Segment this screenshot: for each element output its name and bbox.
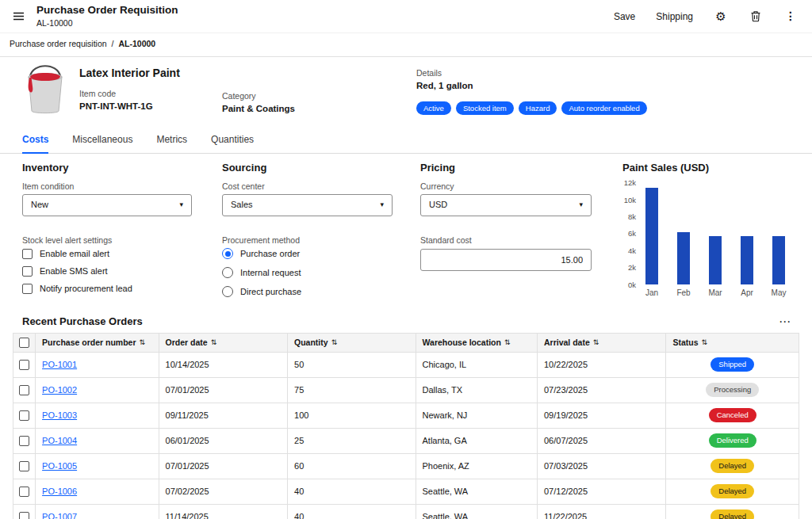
purchase-order-radio[interactable] [222,248,233,259]
cost-center-select[interactable]: Sales ▾ [222,194,393,216]
sourcing-title: Sourcing [222,162,393,174]
item-condition-select[interactable]: New ▾ [22,194,192,216]
cell-arrival-date: 06/07/2025 [537,428,665,453]
cell-quantity: 60 [288,453,416,479]
chart-y-axis: 12k10k8k6k4k2k0k [622,178,640,289]
chart-bar [709,236,722,284]
row-select-checkbox[interactable] [19,360,29,370]
sourcing-section: Sourcing Cost center Sales ▾ Procurement… [222,154,393,306]
tab-costs[interactable]: Costs [22,134,48,153]
cell-arrival-date: 07/03/2025 [537,453,665,479]
order-row: PO-100406/01/202525Atlanta, GA06/07/2025… [13,428,799,453]
internal-request-radio[interactable] [222,267,233,278]
row-select-checkbox[interactable] [19,461,29,471]
order-row: PO-100309/11/2025100Newark, NJ09/19/2025… [13,403,799,428]
checkbox-row: Notify procurement lead [22,283,192,294]
procurement-radio-list: Purchase orderInternal requestDirect pur… [222,248,393,297]
cell-warehouse-location: Seattle, WA [416,504,537,519]
po-link[interactable]: PO-1006 [42,487,77,496]
po-link[interactable]: PO-1007 [42,512,77,519]
chart-y-label: 2k [622,263,636,272]
radio-label: Direct purchase [240,287,301,297]
po-link[interactable]: PO-1001 [42,360,77,369]
cell-order-date: 07/01/2025 [159,377,287,403]
direct-purchase-radio[interactable] [222,286,233,297]
kebab-menu-icon[interactable]: ⋮ [783,10,798,24]
cell-warehouse-location: Atlanta, GA [416,428,537,453]
radio-label: Purchase order [240,249,300,259]
column-header-warehouse-location[interactable]: Warehouse location⇅ [416,333,537,352]
save-button[interactable]: Save [614,11,635,22]
chart-bar-group: Feb [672,183,695,298]
chart-bar [677,232,690,284]
enable-email-alert-checkbox[interactable] [22,249,33,259]
cell-po-number: PO-1002 [36,377,159,403]
breadcrumb-current: AL-10000 [119,39,156,49]
breadcrumb: Purchase order requisition / AL-10000 [0,33,812,57]
po-link[interactable]: PO-1003 [42,410,77,420]
chart-y-label: 8k [622,212,636,221]
po-link[interactable]: PO-1004 [42,436,77,445]
details-label: Details [416,68,647,78]
column-header-quantity[interactable]: Quantity⇅ [288,333,416,352]
column-header-status[interactable]: Status⇅ [666,333,799,352]
table-overflow-icon[interactable]: ⋯ [779,315,791,329]
status-badge: Delayed [710,509,754,519]
shipping-button[interactable]: Shipping [656,11,693,22]
cell-quantity: 100 [288,403,416,428]
tab-metrics[interactable]: Metrics [156,134,187,152]
cell-order-date: 10/14/2025 [159,352,287,377]
caret-down-icon: ▾ [579,200,583,209]
row-select-checkbox[interactable] [19,512,29,519]
po-link[interactable]: PO-1002 [42,385,77,395]
cost-center-label: Cost center [222,181,393,192]
chart-y-label: 6k [622,229,636,238]
delete-trash-icon[interactable] [749,10,763,24]
row-select-checkbox[interactable] [19,410,29,421]
row-select-checkbox[interactable] [19,487,29,497]
column-header-arrival-date[interactable]: Arrival date⇅ [537,333,665,352]
currency-label: Currency [420,181,592,192]
sort-icon: ⇅ [504,338,511,347]
menu-icon[interactable] [11,10,25,24]
category-label: Category [222,91,295,101]
cell-po-number: PO-1003 [36,403,159,428]
standard-cost-input[interactable] [420,249,592,271]
tab-quantities[interactable]: Quantities [211,134,254,152]
item-code-label: Item code [79,89,153,99]
cell-arrival-date: 09/19/2025 [537,403,665,428]
chart-x-label: Mar [708,288,722,298]
category-value: Paint & Coatings [222,104,295,115]
chart-bar [741,236,753,284]
cost-center-value: Sales [231,200,253,210]
cell-warehouse-location: Chicago, IL [416,352,537,377]
settings-gear-icon[interactable]: ⚙ [714,10,728,24]
chart-y-label: 12k [622,178,636,187]
column-header-purchase-order-number[interactable]: Purchase order number⇅ [36,333,159,352]
chart-x-label: Feb [676,288,690,298]
currency-value: USD [429,200,447,210]
breadcrumb-parent[interactable]: Purchase order requisition [10,39,107,49]
cell-quantity: 40 [288,479,416,504]
enable-sms-alert-checkbox[interactable] [22,266,33,277]
notify-procurement-lead-checkbox[interactable] [22,284,33,294]
select-all-checkbox[interactable] [19,338,29,348]
po-link[interactable]: PO-1005 [42,461,77,471]
cell-arrival-date: 10/22/2025 [537,352,665,377]
cell-warehouse-location: Phoenix, AZ [416,453,537,479]
currency-select[interactable]: USD ▾ [420,194,592,216]
row-select-checkbox[interactable] [19,385,29,395]
chart-x-label: Apr [741,288,753,298]
chart-title: Paint Sales (USD) [622,162,791,174]
product-badges: ActiveStocked itemHazardAuto reorder ena… [416,101,647,115]
tab-miscellaneous[interactable]: Miscellaneous [72,134,132,152]
row-select-checkbox[interactable] [19,436,29,446]
chart-x-label: May [772,288,787,298]
checkbox-label: Enable email alert [40,249,109,259]
cell-warehouse-location: Dallas, TX [416,377,537,403]
title-block: Purchase Order Requisition AL-10000 [36,4,178,29]
column-header-order-date[interactable]: Order date⇅ [159,333,287,352]
status-badge: Delayed [710,484,754,498]
pricing-title: Pricing [420,162,592,174]
status-badge: Delayed [710,459,754,472]
